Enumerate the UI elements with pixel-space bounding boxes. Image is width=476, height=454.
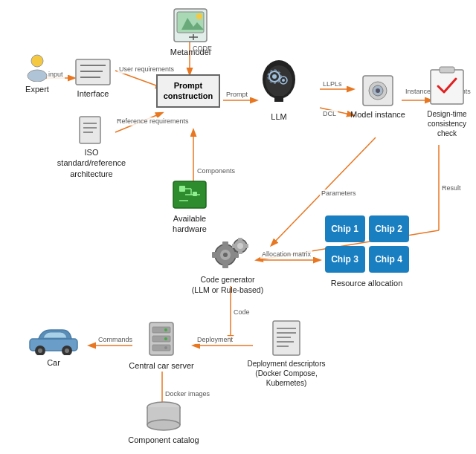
svg-rect-58 [222,264,228,268]
model-instance-node: Model instance [348,74,408,120]
label-user-req: User requirements [118,65,176,74]
svg-point-37 [272,74,277,79]
svg-rect-57 [222,241,228,246]
svg-rect-73 [152,327,170,333]
resource-allocation-label: Resource allocation [331,278,403,288]
svg-point-17 [31,55,43,67]
prompt-construction-node: Prompt construction [155,74,222,108]
model-instance-icon [361,74,394,107]
label-dcl: DCL [321,110,338,118]
deployment-desc-label: Deployment descriptors (Docker Compose, … [245,359,327,388]
expert-node: Expert [15,53,60,94]
label-ref-req: Reference requirements [115,117,190,126]
diagram: input User requirements Reference requir… [0,0,476,454]
llm-label: LLM [271,111,286,122]
model-instance-label: Model instance [350,109,405,120]
design-check-label: Design-time consistency check [420,109,474,138]
label-components: Components [196,167,237,175]
svg-rect-45 [431,70,463,104]
svg-rect-79 [273,321,300,355]
label-parameters: Parameters [320,189,358,198]
chip4-box: Chip 4 [369,246,409,273]
resource-allocation-node: Chip 1 Chip 2 Chip 3 Chip 4 Resource all… [318,215,415,288]
available-hw-label: Available hardware [156,213,223,235]
component-catalog-node: Component catalog [126,400,201,445]
component-catalog-icon [141,400,186,432]
car-icon [27,325,80,355]
metamodel-label: Metamodel [170,47,210,57]
svg-point-18 [28,70,47,82]
available-hw-node: Available hardware [156,178,223,235]
label-code-out: Code [232,308,251,317]
label-result: Result [440,184,463,192]
interface-node: Interface [68,58,118,99]
central-server-node: Central car server [128,320,195,371]
label-docker-images: Docker images [164,390,211,398]
prompt-construction-box: Prompt construction [156,74,221,108]
svg-rect-66 [245,244,248,248]
svg-rect-64 [238,251,242,254]
deployment-desc-icon [270,320,303,357]
svg-rect-46 [440,67,454,73]
svg-point-71 [65,348,69,353]
svg-rect-74 [152,336,170,342]
code-generator-label: Code generator (LLM or Rule-based) [192,275,263,295]
svg-rect-59 [212,252,216,258]
iso-node: ISO standard/reference architecture [58,115,125,179]
code-generator-icon [203,234,252,273]
svg-point-69 [38,348,42,353]
svg-point-77 [164,337,167,340]
svg-point-30 [196,13,202,19]
chip3-box: Chip 3 [325,246,365,273]
svg-point-76 [164,328,167,331]
design-check-node: Design-time consistency check [420,65,474,138]
svg-point-39 [282,79,285,82]
label-deployment: Deployment [196,336,234,344]
svg-rect-75 [152,345,170,351]
central-server-icon [142,320,181,358]
design-check-icon [428,65,466,107]
svg-point-78 [164,346,167,349]
expert-icon [23,53,51,82]
label-allocation-matrix: Allocation matrix [260,250,312,259]
interface-icon [74,58,112,86]
car-label: Car [47,357,60,368]
llm-icon [252,56,306,109]
label-llpls: LLPLs [321,80,344,88]
svg-point-62 [237,243,243,249]
svg-rect-65 [232,244,235,248]
svg-rect-53 [193,192,197,196]
central-server-label: Central car server [129,360,193,371]
svg-rect-19 [76,59,110,85]
metamodel-node: Metamodel [159,6,222,57]
svg-point-44 [376,88,380,93]
component-catalog-label: Component catalog [128,435,199,445]
svg-rect-52 [179,186,185,192]
svg-rect-63 [238,238,242,241]
car-node: Car [24,325,83,368]
chip2-box: Chip 2 [369,215,409,242]
available-hw-icon [170,178,209,211]
llm-node: LLM [245,56,312,122]
expert-label: Expert [25,84,49,94]
svg-point-34 [266,65,292,97]
interface-label: Interface [77,88,109,99]
deployment-desc-node: Deployment descriptors (Docker Compose, … [245,320,327,388]
chip1-box: Chip 1 [325,215,365,242]
svg-point-56 [223,253,228,257]
svg-rect-23 [80,117,100,143]
svg-rect-35 [274,96,283,102]
prompt-construction-label: Prompt construction [164,81,213,100]
metamodel-icon [171,6,210,45]
svg-point-90 [147,420,180,430]
code-generator-node: Code generator (LLM or Rule-based) [190,234,265,295]
iso-label: ISO standard/reference architecture [57,147,126,179]
iso-icon [77,115,106,145]
